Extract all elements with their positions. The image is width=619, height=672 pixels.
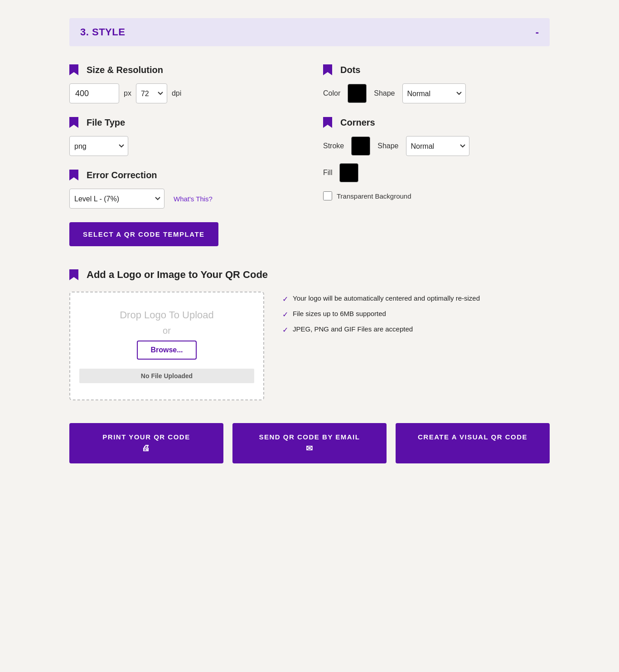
- email-icon: ✉: [306, 443, 314, 453]
- file-type-bookmark-icon: [69, 117, 78, 128]
- dots-shape-label: Shape: [374, 89, 395, 97]
- check-icon-1: ✓: [282, 295, 288, 303]
- file-type-section: File Type png jpg svg eps: [69, 117, 296, 156]
- transparent-bg-checkbox[interactable]: [323, 191, 332, 200]
- no-file-label: No File Uploaded: [79, 369, 254, 383]
- section-header: 3. STYLE -: [69, 18, 550, 46]
- collapse-button[interactable]: -: [536, 26, 539, 38]
- dpi-select-wrapper: 72 96 150 300: [136, 83, 167, 103]
- logo-info-item-1: ✓ Your logo will be automatically center…: [282, 294, 480, 303]
- dots-section: Dots Color Shape Normal Rounded Dots Cla…: [323, 64, 550, 103]
- logo-info-text-1: Your logo will be automatically centered…: [293, 294, 480, 302]
- logo-section: Add a Logo or Image to Your QR Code Drop…: [69, 269, 550, 400]
- send-email-label: SEND QR CODE BY EMAIL: [259, 433, 360, 441]
- logo-info-text-2: File sizes up to 6MB supported: [293, 310, 386, 317]
- dots-heading: Dots: [323, 64, 550, 75]
- file-type-heading: File Type: [69, 117, 296, 128]
- logo-section-heading: Add a Logo or Image to Your QR Code: [69, 269, 550, 281]
- corners-shape-label: Shape: [377, 142, 398, 150]
- create-visual-label: CREATE A VISUAL QR CODE: [418, 433, 527, 441]
- section-title: 3. STYLE: [80, 26, 125, 38]
- transparent-bg-label: Transparent Background: [337, 192, 411, 200]
- size-resolution-title: Size & Resolution: [87, 65, 163, 75]
- logo-info-item-2: ✓ File sizes up to 6MB supported: [282, 310, 480, 319]
- transparent-bg-row: Transparent Background: [323, 191, 550, 200]
- right-column: Dots Color Shape Normal Rounded Dots Cla…: [323, 64, 550, 269]
- size-resolution-bookmark-icon: [69, 64, 78, 75]
- error-correction-row: Level L - (7%) Level M - (15%) Level Q -…: [69, 189, 296, 209]
- dots-row: Color Shape Normal Rounded Dots Classy C…: [323, 83, 550, 103]
- check-icon-2: ✓: [282, 310, 288, 319]
- printer-icon: 🖨: [142, 443, 151, 453]
- error-correction-section: Error Correction Level L - (7%) Level M …: [69, 170, 296, 209]
- error-correction-heading: Error Correction: [69, 170, 296, 180]
- drop-text: Drop Logo To Upload: [120, 309, 214, 321]
- corners-shape-select[interactable]: Normal Rounded Dots Classy Classy Rounde…: [406, 136, 469, 156]
- dpi-label: dpi: [172, 89, 181, 97]
- file-type-select[interactable]: png jpg svg eps: [69, 136, 128, 156]
- error-correction-select[interactable]: Level L - (7%) Level M - (15%) Level Q -…: [69, 189, 164, 209]
- left-column: Size & Resolution px 72 96 150 300 dpi: [69, 64, 296, 269]
- bottom-buttons: PRINT YOUR QR CODE 🖨 SEND QR CODE BY EMA…: [69, 423, 550, 463]
- corners-stroke-label: Stroke: [323, 142, 344, 150]
- send-email-button[interactable]: SEND QR CODE BY EMAIL ✉: [232, 423, 387, 463]
- size-resolution-row: px 72 96 150 300 dpi: [69, 83, 296, 103]
- dots-color-swatch[interactable]: [348, 84, 367, 103]
- error-correction-bookmark-icon: [69, 170, 78, 180]
- corners-stroke-swatch[interactable]: [351, 136, 370, 156]
- corners-stroke-row: Stroke Shape Normal Rounded Dots Classy …: [323, 136, 550, 156]
- corners-bookmark-icon: [323, 117, 332, 128]
- style-section-container: 3. STYLE - Size & Resolution px 72 96: [69, 18, 550, 654]
- main-content: Size & Resolution px 72 96 150 300 dpi: [69, 64, 550, 269]
- dots-shape-select[interactable]: Normal Rounded Dots Classy Classy Rounde…: [402, 83, 466, 103]
- dots-shape-select-wrapper: Normal Rounded Dots Classy Classy Rounde…: [402, 83, 466, 103]
- dots-title: Dots: [340, 65, 360, 75]
- logo-bookmark-icon: [69, 269, 78, 280]
- dots-bookmark-icon: [323, 64, 332, 75]
- dpi-select[interactable]: 72 96 150 300: [136, 83, 167, 103]
- create-visual-button[interactable]: CREATE A VISUAL QR CODE: [396, 423, 550, 463]
- whats-this-link[interactable]: What's This?: [174, 195, 213, 203]
- logo-section-title: Add a Logo or Image to Your QR Code: [87, 269, 268, 281]
- error-correction-title: Error Correction: [87, 170, 157, 180]
- px-label: px: [124, 89, 131, 97]
- logo-info-item-3: ✓ JPEG, PNG and GIF Files are accepted: [282, 325, 480, 334]
- template-button[interactable]: SELECT A QR CODE TEMPLATE: [69, 222, 218, 246]
- error-correction-select-wrapper: Level L - (7%) Level M - (15%) Level Q -…: [69, 189, 164, 209]
- browse-button[interactable]: Browse...: [137, 341, 196, 360]
- logo-info-list: ✓ Your logo will be automatically center…: [282, 294, 480, 334]
- check-icon-3: ✓: [282, 326, 288, 334]
- print-qr-button[interactable]: PRINT YOUR QR CODE 🖨: [69, 423, 223, 463]
- size-resolution-heading: Size & Resolution: [69, 64, 296, 75]
- corners-fill-label: Fill: [323, 169, 332, 177]
- corners-section: Corners Stroke Shape Normal Rounded Dots…: [323, 117, 550, 200]
- corners-fill-swatch[interactable]: [339, 163, 358, 182]
- corners-heading: Corners: [323, 117, 550, 128]
- corners-title: Corners: [340, 117, 375, 128]
- logo-content: Drop Logo To Upload or Browse... No File…: [69, 292, 550, 400]
- file-type-title: File Type: [87, 117, 125, 128]
- file-type-select-wrapper: png jpg svg eps: [69, 136, 128, 156]
- logo-info-text-3: JPEG, PNG and GIF Files are accepted: [293, 325, 413, 333]
- dots-color-label: Color: [323, 89, 340, 97]
- drop-or-text: or: [163, 326, 171, 336]
- corners-fill-row: Fill: [323, 163, 550, 182]
- corners-shape-select-wrapper: Normal Rounded Dots Classy Classy Rounde…: [406, 136, 469, 156]
- logo-drop-zone[interactable]: Drop Logo To Upload or Browse... No File…: [69, 292, 264, 400]
- print-qr-label: PRINT YOUR QR CODE: [102, 433, 190, 441]
- pixel-size-input[interactable]: [69, 83, 119, 103]
